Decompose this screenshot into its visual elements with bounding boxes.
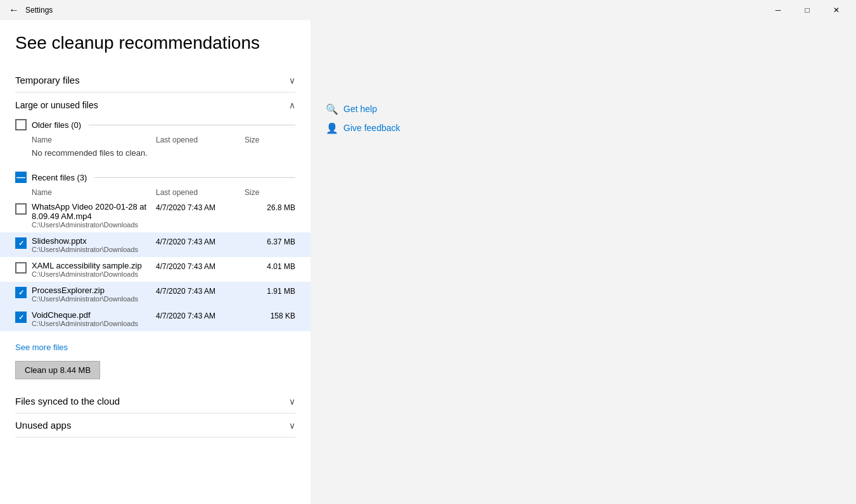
file-row-4: ✓VoidCheque.pdfC:\Users\Administrator\Do… bbox=[0, 306, 310, 331]
file-row-1: ✓Slideshow.pptxC:\Users\Administrator\Do… bbox=[0, 232, 310, 257]
file-checkbox-2[interactable] bbox=[15, 262, 27, 274]
large-unused-files-label: Large or unused files bbox=[15, 100, 98, 110]
temporary-files-label: Temporary files bbox=[15, 75, 80, 85]
recent-files-header: — Recent files (3) bbox=[15, 168, 295, 187]
close-button[interactable]: ✕ bbox=[822, 0, 851, 20]
large-unused-files-chevron: ∧ bbox=[289, 100, 295, 110]
file-row-3: ✓ProcessExplorer.zipC:\Users\Administrat… bbox=[0, 282, 310, 306]
file-date-0: 4/7/2020 7:43 AM bbox=[156, 202, 245, 212]
get-help-icon: 🔍 bbox=[326, 103, 338, 115]
file-path-2: C:\Users\Administrator\Downloads bbox=[32, 270, 156, 278]
file-name-2: XAML accessibility sample.zip bbox=[32, 261, 156, 270]
temporary-files-chevron: ∨ bbox=[289, 75, 295, 85]
file-path-1: C:\Users\Administrator\Downloads bbox=[32, 246, 156, 253]
give-feedback-label: Give feedback bbox=[343, 123, 400, 133]
older-files-header: Older files (0) bbox=[15, 115, 295, 134]
back-button[interactable]: ← bbox=[5, 1, 23, 19]
older-files-title: Older files (0) bbox=[32, 120, 81, 130]
file-name-0: WhatsApp Video 2020-01-28 at 8.09.49 AM.… bbox=[32, 202, 156, 221]
file-size-2: 4.01 MB bbox=[245, 261, 295, 271]
give-feedback-link[interactable]: 👤 Give feedback bbox=[326, 122, 841, 134]
file-row-2: XAML accessibility sample.zipC:\Users\Ad… bbox=[15, 257, 295, 282]
recent-files-group: — Recent files (3) Name Last opened Size… bbox=[15, 168, 295, 331]
cleanup-button[interactable]: Clean up 8.44 MB bbox=[15, 361, 100, 379]
older-files-group: Older files (0) Name Last opened Size No… bbox=[15, 115, 295, 160]
left-panel: See cleanup recommendations Temporary fi… bbox=[0, 20, 310, 504]
recent-files-col-size: Size bbox=[245, 188, 295, 197]
file-path-4: C:\Users\Administrator\Downloads bbox=[32, 320, 156, 327]
file-date-4: 4/7/2020 7:43 AM bbox=[156, 310, 245, 320]
recent-files-col-headers: Name Last opened Size bbox=[15, 187, 295, 198]
file-path-3: C:\Users\Administrator\Downloads bbox=[32, 295, 156, 303]
file-name-4: VoidCheque.pdf bbox=[32, 310, 156, 320]
recent-files-line bbox=[94, 177, 295, 178]
older-files-col-size: Size bbox=[245, 135, 295, 144]
files-synced-chevron: ∨ bbox=[289, 396, 295, 406]
file-checkbox-1[interactable]: ✓ bbox=[15, 237, 27, 249]
recent-files-title: Recent files (3) bbox=[32, 173, 87, 182]
file-date-3: 4/7/2020 7:43 AM bbox=[156, 286, 245, 296]
recent-files-checkbox[interactable]: — bbox=[15, 172, 27, 183]
content-area: See cleanup recommendations Temporary fi… bbox=[0, 20, 856, 504]
get-help-link[interactable]: 🔍 Get help bbox=[326, 103, 841, 115]
file-checkbox-3[interactable]: ✓ bbox=[15, 287, 27, 298]
recent-files-col-name: Name bbox=[32, 188, 156, 197]
get-help-label: Get help bbox=[343, 104, 377, 114]
file-size-3: 1.91 MB bbox=[245, 286, 295, 296]
page-title: See cleanup recommendations bbox=[15, 33, 295, 53]
title-bar-title: Settings bbox=[25, 6, 53, 15]
no-files-message: No recommended files to clean. bbox=[15, 146, 295, 160]
window-controls: ─ □ ✕ bbox=[763, 0, 851, 20]
file-rows-container: WhatsApp Video 2020-01-28 at 8.09.49 AM.… bbox=[15, 198, 295, 331]
right-panel: 🔍 Get help 👤 Give feedback bbox=[310, 20, 856, 504]
file-name-3: ProcessExplorer.zip bbox=[32, 286, 156, 295]
recent-files-col-last-opened: Last opened bbox=[156, 188, 245, 197]
large-unused-files-section[interactable]: Large or unused files ∧ bbox=[15, 92, 295, 115]
title-bar: ← Settings ─ □ ✕ bbox=[0, 0, 856, 20]
file-name-1: Slideshow.pptx bbox=[32, 236, 156, 246]
help-section: 🔍 Get help 👤 Give feedback bbox=[326, 103, 841, 134]
unused-apps-chevron: ∨ bbox=[289, 420, 295, 431]
file-row-0: WhatsApp Video 2020-01-28 at 8.09.49 AM.… bbox=[15, 198, 295, 232]
files-synced-label: Files synced to the cloud bbox=[15, 396, 120, 406]
file-checkbox-0[interactable] bbox=[15, 203, 27, 215]
older-files-col-last-opened: Last opened bbox=[156, 135, 245, 144]
unused-apps-label: Unused apps bbox=[15, 420, 71, 431]
file-date-1: 4/7/2020 7:43 AM bbox=[156, 236, 245, 246]
temporary-files-section[interactable]: Temporary files ∨ bbox=[15, 68, 295, 92]
give-feedback-icon: 👤 bbox=[326, 122, 338, 134]
file-size-0: 26.8 MB bbox=[245, 202, 295, 212]
see-more-files-link[interactable]: See more files bbox=[15, 339, 68, 356]
file-path-0: C:\Users\Administrator\Downloads bbox=[32, 221, 156, 229]
file-size-1: 6.37 MB bbox=[245, 236, 295, 246]
file-size-4: 158 KB bbox=[245, 310, 295, 320]
minimize-button[interactable]: ─ bbox=[763, 0, 793, 20]
file-checkbox-4[interactable]: ✓ bbox=[15, 312, 27, 323]
maximize-button[interactable]: □ bbox=[793, 0, 822, 20]
older-files-checkbox[interactable] bbox=[15, 119, 27, 130]
unused-apps-section[interactable]: Unused apps ∨ bbox=[15, 413, 295, 438]
older-files-col-headers: Name Last opened Size bbox=[15, 134, 295, 146]
older-files-col-name: Name bbox=[32, 135, 156, 144]
files-synced-section[interactable]: Files synced to the cloud ∨ bbox=[15, 389, 295, 413]
older-files-line bbox=[89, 125, 295, 125]
file-date-2: 4/7/2020 7:43 AM bbox=[156, 261, 245, 271]
